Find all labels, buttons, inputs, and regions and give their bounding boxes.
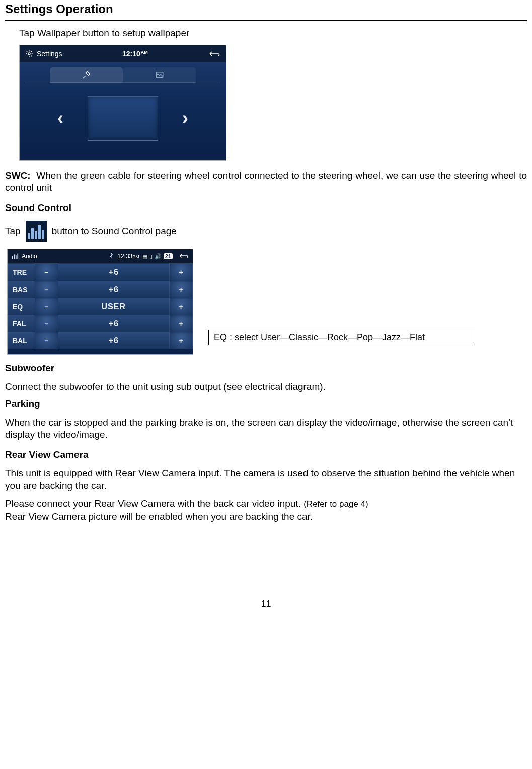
parking-text: When the car is stopped and the parking … — [5, 416, 527, 441]
audio-row-eq: EQ−USER+ — [8, 298, 193, 315]
audio-row-tre: TRE−+6+ — [8, 264, 193, 281]
audio-screenshot: Audio 12:33PM ▤ ▯ 🔊 21 TRE−+6+BAS−+6+EQ−… — [7, 249, 193, 355]
eq-note: EQ : select User—Classic—Rock—Pop—Jazz—F… — [208, 330, 475, 345]
minus-button[interactable]: − — [35, 281, 58, 298]
wallpaper-preview[interactable] — [88, 96, 158, 141]
gear-icon — [25, 49, 34, 58]
audio-time: 12:33PM — [117, 253, 139, 260]
tools-icon — [82, 70, 91, 79]
audio-topbar: Audio 12:33PM ▤ ▯ 🔊 21 — [8, 249, 193, 263]
rear-view-p3: Rear View Camera picture will be enabled… — [5, 511, 527, 523]
rear-view-p2b: (Refer to page 4) — [303, 499, 368, 509]
audio-row-label: BAL — [8, 332, 35, 349]
equalizer-bars-icon — [12, 252, 19, 261]
audio-row-label: EQ — [8, 298, 35, 315]
minus-button[interactable]: − — [35, 315, 58, 332]
audio-row-label: TRE — [8, 264, 35, 281]
audio-row-value: +6 — [58, 264, 170, 281]
wallpaper-instruction: Tap Wallpaper button to setup wallpaper — [19, 27, 527, 40]
rear-view-p2: Please connect your Rear View Camera wit… — [5, 498, 527, 510]
audio-row-label: FAL — [8, 315, 35, 332]
audio-row-value: USER — [58, 298, 170, 315]
tab-wallpaper[interactable] — [123, 67, 196, 83]
speaker-icon: 🔊 — [155, 253, 162, 260]
usb-icon: ▯ — [149, 253, 153, 260]
rear-view-heading: Rear View Camera — [5, 449, 527, 460]
picture-icon — [155, 70, 164, 79]
settings-wallpaper-screenshot: Settings 12:10AM ‹ › — [19, 45, 226, 161]
svg-rect-5 — [17, 253, 18, 259]
audio-row-value: +6 — [58, 281, 170, 298]
audio-row-bal: BAL−+6+ — [8, 332, 193, 349]
settings-time-value: 12:10 — [122, 50, 140, 58]
wallpaper-chooser: ‹ › — [20, 83, 226, 154]
plus-button[interactable]: + — [170, 281, 193, 298]
page-title: Settings Operation — [5, 2, 527, 16]
volume-badge: 21 — [164, 253, 173, 259]
audio-back-icon[interactable] — [179, 253, 189, 260]
swc-paragraph: SWC: When the green cable for steering w… — [5, 170, 527, 194]
svg-point-0 — [28, 53, 30, 55]
audio-time-value: 12:33 — [117, 253, 132, 260]
audio-title: Audio — [22, 253, 105, 260]
sound-tap-prefix: Tap — [5, 226, 21, 237]
sd-icon: ▤ — [142, 253, 147, 260]
audio-row-label: BAS — [8, 281, 35, 298]
chevron-left-icon[interactable]: ‹ — [48, 103, 72, 134]
sound-control-heading: Sound Control — [5, 202, 527, 214]
title-divider — [5, 20, 527, 21]
chevron-right-icon[interactable]: › — [173, 103, 197, 134]
settings-title: Settings — [37, 50, 62, 58]
settings-topbar: Settings 12:10AM — [20, 45, 226, 62]
minus-button[interactable]: − — [35, 298, 58, 315]
audio-row-fal: FAL−+6+ — [8, 315, 193, 332]
audio-row-value: +6 — [58, 332, 170, 349]
minus-button[interactable]: − — [35, 332, 58, 349]
audio-controls-table: TRE−+6+BAS−+6+EQ−USER+FAL−+6+BAL−+6+ — [8, 263, 193, 349]
subwoofer-heading: Subwoofer — [5, 363, 527, 374]
svg-rect-4 — [16, 255, 17, 259]
audio-row-bas: BAS−+6+ — [8, 281, 193, 298]
swc-text: When the green cable for steering wheel … — [5, 170, 527, 193]
back-icon[interactable] — [208, 49, 221, 58]
sound-tap-row: Tap button to Sound Control page — [5, 221, 527, 242]
bluetooth-icon — [108, 253, 114, 260]
plus-button[interactable]: + — [170, 332, 193, 349]
swc-label: SWC: — [5, 170, 31, 181]
subwoofer-text: Connect the subwoofer to the unit using … — [5, 381, 527, 393]
sound-tap-suffix: button to Sound Control page — [52, 226, 177, 237]
settings-time: 12:10AM — [62, 50, 208, 58]
audio-row-value: +6 — [58, 315, 170, 332]
plus-button[interactable]: + — [170, 264, 193, 281]
plus-button[interactable]: + — [170, 315, 193, 332]
minus-button[interactable]: − — [35, 264, 58, 281]
svg-rect-3 — [14, 254, 15, 259]
audio-time-suffix: PM — [132, 254, 139, 259]
svg-rect-2 — [12, 256, 13, 258]
plus-button[interactable]: + — [170, 298, 193, 315]
tab-tools[interactable] — [50, 67, 123, 83]
page-number: 11 — [5, 599, 527, 609]
settings-tabs — [20, 64, 226, 83]
rear-view-p2a: Please connect your Rear View Camera wit… — [5, 498, 303, 509]
equalizer-icon[interactable] — [26, 221, 47, 242]
status-icons: ▤ ▯ 🔊 21 — [142, 253, 173, 260]
parking-heading: Parking — [5, 398, 527, 409]
settings-time-suffix: AM — [141, 50, 148, 55]
rear-view-p1: This unit is equipped with Rear View Cam… — [5, 467, 527, 492]
